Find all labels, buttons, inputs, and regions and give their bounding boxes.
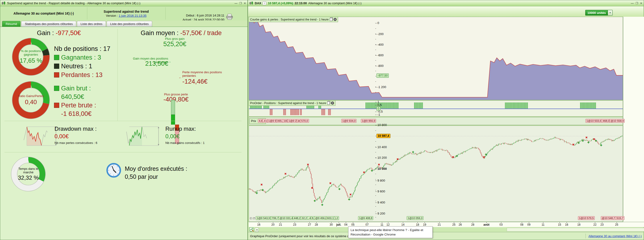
x-axis-label: 03: [500, 223, 502, 226]
tab-resume[interactable]: Résumé: [2, 21, 20, 27]
close-button2[interactable]: ✕: [640, 2, 642, 5]
gross-legend: Gain brut : 640,50€ Perte brute : -1 618…: [54, 84, 96, 118]
chart-window: DAX i 10 597,4 (+0,09%) 22:15:00 Allemag…: [248, 0, 644, 240]
units-label: 10000 unités: [585, 10, 608, 15]
max-loss-value: -409,80€: [151, 96, 201, 103]
svg-text:✚: ✚: [338, 187, 341, 191]
donut3-label2: marché: [23, 171, 33, 174]
runup-note: Nb max gains consécutifs : 1: [165, 141, 204, 145]
x-axis-tick: [560, 222, 560, 223]
svg-text:✖: ✖: [284, 172, 286, 175]
svg-text:✚: ✚: [314, 199, 316, 203]
x-axis-label: 21: [279, 223, 282, 226]
gross-loss-square-icon: [54, 103, 59, 108]
x-axis-tick: [367, 222, 367, 223]
winning-positions-donut: % de positions gagnantes 17,65 %: [12, 37, 50, 76]
gross-gain-value: 640,50€: [61, 93, 96, 101]
x-axis-label: 23: [600, 223, 604, 226]
equity-pane[interactable]: [249, 17, 623, 100]
x-axis-label: 16: [565, 223, 568, 226]
lost-count: Perdantes : 13: [61, 71, 102, 78]
chart-instrument: Allemagne 30 au comptant (Mini 1€) (-): [308, 1, 362, 5]
x-axis-label: 18: [577, 223, 580, 226]
chart-scroll-row: ◄ ►: [248, 227, 644, 232]
tab-liste-positions[interactable]: Liste des positions clôturées: [107, 21, 152, 27]
copy-price-icon[interactable]: [262, 120, 264, 123]
x-axis-label: 07: [366, 223, 368, 226]
info-icon[interactable]: i: [262, 1, 266, 5]
equity-curve: [249, 17, 623, 100]
edit-chart-icon[interactable]: [249, 227, 254, 232]
x-axis-label: 20: [271, 223, 274, 226]
x-axis-label: 21: [438, 223, 441, 226]
minimize-button[interactable]: —: [234, 2, 237, 5]
gain-title: Gain : -977,50€: [0, 29, 118, 37]
chart-toolbar: [248, 6, 644, 17]
close-button[interactable]: ✕: [244, 2, 246, 5]
close-pane-icon[interactable]: ×: [334, 18, 337, 21]
clock-icon: [106, 163, 121, 178]
minimize-button2[interactable]: —: [631, 2, 634, 5]
restore-button2[interactable]: ❐: [636, 2, 638, 5]
svg-text:✚: ✚: [412, 150, 414, 154]
tab-statistiques[interactable]: Statistiques des positions clôturées: [21, 21, 76, 27]
svg-text:✖: ✖: [396, 158, 399, 161]
tooltip-line2: Réconciliation - Google Chrome: [350, 232, 430, 237]
price-pane[interactable]: ✖✖✖✖✖✖✖✖✖✖✖✖✖✖✚✚✚✚✚✚✚✚✚✚✚✚✚✚✚: [249, 125, 623, 222]
copy-pane-icon[interactable]: [330, 18, 332, 21]
x-axis-tick: [454, 222, 454, 223]
positions-legend: Nb de positions : 17 Gagnantes : 3 Neutr…: [54, 44, 110, 79]
price-row: Prix: [249, 117, 623, 125]
avg-gain-label: Gain moyen :: [140, 29, 178, 36]
x-axis-strip: 16202123272830juil.040507111214181921252…: [249, 222, 644, 227]
time-in-market-donut: Temps dans le marché 32,32 %: [10, 156, 46, 192]
x-axis-tick: [388, 222, 388, 223]
browser-tooltip: La technique peut-elle libérer l'homme ?…: [348, 226, 433, 238]
units-dropdown-icon[interactable]: ▼: [608, 10, 613, 15]
gross-loss-value: -1 618,00€: [61, 110, 96, 118]
svg-text:✚: ✚: [256, 192, 258, 195]
x-axis-label: 14: [401, 223, 404, 226]
svg-text:✖: ✖: [572, 143, 575, 146]
wrench-icon[interactable]: [257, 120, 260, 123]
tab-liste-ordres[interactable]: Liste des ordres: [77, 21, 106, 27]
donut2-label: Ratio Gains/Pertes: [18, 94, 44, 98]
donut2-value: 0,40: [25, 99, 37, 106]
scroll-left-button[interactable]: ◄: [255, 228, 259, 232]
x-axis-tick: [579, 222, 579, 223]
positions-pane-header[interactable]: ProOrder - Positions : Supertrend agains…: [249, 100, 336, 106]
x-axis-label: août: [483, 223, 489, 226]
equity-pane-header[interactable]: Courbe gains & pertes : Supertrend again…: [249, 17, 338, 22]
drawdown-note: Nb max pertes consécutives : 6: [54, 141, 97, 145]
x-axis-tick: [595, 222, 595, 223]
svg-text:✚: ✚: [600, 144, 602, 147]
svg-text:✖: ✖: [452, 155, 454, 159]
candles-layer: ✖✖✖✖✖✖✖✖✖✖✖✖✖✖✚✚✚✚✚✚✚✚✚✚✚✚✚✚✚: [249, 126, 623, 222]
close-pane-icon2[interactable]: ×: [331, 102, 334, 105]
svg-text:✚: ✚: [321, 203, 324, 207]
x-axis-tick: [602, 222, 602, 223]
avg-loss-label1: Perte moyenne des positions: [182, 70, 236, 74]
x-axis-label: 08: [520, 223, 523, 226]
print-icon[interactable]: [226, 14, 233, 20]
units-button[interactable]: 10000 unités ▼: [585, 10, 613, 15]
statusbar-instrument-link[interactable]: Allemagne 30 au comptant (Mini 1€) (-): [588, 234, 642, 238]
restore-button[interactable]: ❐: [239, 2, 242, 5]
candlestick-window-icon2: [249, 1, 253, 5]
report-titlebar: Supertrend against the trend - Rapport d…: [0, 0, 248, 6]
drawdown-value: 0,00€: [54, 133, 69, 140]
x-axis-label: 22: [593, 223, 596, 226]
waterfall-bar: [171, 115, 175, 124]
version-link[interactable]: 1 juin 2016 21:13:35: [119, 14, 146, 17]
x-axis-label: 11: [542, 223, 544, 226]
symbol-name: DAX: [255, 1, 261, 5]
avg-gain-wf-value: 213,50€: [119, 60, 168, 67]
header-divider2: [165, 7, 166, 19]
price-row-label-box[interactable]: Prix: [249, 118, 266, 124]
svg-text:✚: ✚: [485, 153, 487, 156]
runup-sparkline: [126, 124, 161, 147]
debut-value: 6 juin 2016 14:28:11: [197, 14, 224, 17]
debut-label: Début :: [186, 14, 196, 17]
chart-scrollbar[interactable]: [507, 228, 644, 232]
copy-pane-icon2[interactable]: [327, 102, 330, 105]
